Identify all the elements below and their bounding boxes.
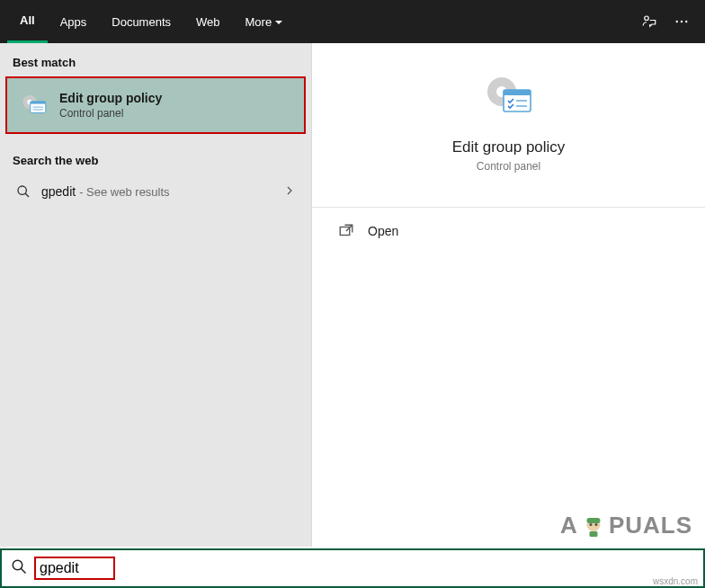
search-icon bbox=[13, 184, 34, 199]
open-label: Open bbox=[368, 224, 398, 238]
control-panel-icon bbox=[18, 89, 50, 121]
source-site: wsxdn.com bbox=[653, 576, 698, 586]
svg-rect-18 bbox=[340, 227, 350, 236]
web-hint-text: - See web results bbox=[79, 185, 169, 199]
svg-line-25 bbox=[21, 568, 25, 573]
svg-point-1 bbox=[676, 21, 678, 22]
search-scope-tabs: All Apps Documents Web More bbox=[0, 0, 705, 43]
search-results-panel: Best match Edit group policy Control pan… bbox=[0, 43, 705, 547]
best-match-result[interactable]: Edit group policy Control panel bbox=[5, 76, 306, 134]
tab-apps[interactable]: Apps bbox=[48, 0, 100, 43]
svg-point-0 bbox=[645, 16, 649, 21]
web-result-row[interactable]: gpedit - See web results bbox=[0, 174, 311, 209]
open-icon bbox=[337, 222, 355, 240]
results-list: Best match Edit group policy Control pan… bbox=[0, 43, 311, 547]
web-query-text: gpedit bbox=[41, 184, 76, 199]
chevron-right-icon bbox=[284, 183, 299, 200]
result-subtitle: Control panel bbox=[59, 107, 162, 120]
search-icon bbox=[11, 558, 27, 578]
svg-line-11 bbox=[25, 193, 29, 197]
svg-rect-20 bbox=[586, 518, 600, 523]
result-text: Edit group policy Control panel bbox=[59, 91, 162, 120]
svg-rect-15 bbox=[504, 90, 531, 95]
tab-all[interactable]: All bbox=[7, 0, 48, 43]
mascot-icon bbox=[580, 512, 607, 539]
taskbar-search[interactable] bbox=[0, 548, 705, 588]
tab-web[interactable]: Web bbox=[183, 0, 233, 43]
tab-more-label: More bbox=[245, 15, 272, 29]
best-match-header: Best match bbox=[0, 43, 311, 76]
svg-point-22 bbox=[594, 523, 597, 526]
tab-documents[interactable]: Documents bbox=[99, 0, 183, 43]
search-web-header: Search the web bbox=[0, 141, 311, 174]
svg-point-24 bbox=[13, 560, 22, 570]
feedback-icon[interactable] bbox=[633, 5, 665, 38]
more-options-icon[interactable] bbox=[665, 5, 698, 38]
svg-point-10 bbox=[18, 186, 26, 194]
result-preview-pane: Edit group policy Control panel Open bbox=[311, 43, 705, 547]
svg-point-2 bbox=[681, 21, 683, 22]
watermark-suffix: PUALS bbox=[609, 512, 692, 539]
svg-rect-7 bbox=[31, 102, 46, 104]
result-title: Edit group policy bbox=[59, 91, 162, 105]
svg-rect-23 bbox=[589, 531, 597, 537]
watermark-logo: A PUALS bbox=[560, 512, 692, 539]
preview-title: Edit group policy bbox=[452, 138, 566, 156]
svg-point-21 bbox=[589, 523, 592, 526]
svg-point-3 bbox=[685, 21, 687, 22]
open-action[interactable]: Open bbox=[337, 222, 680, 240]
tab-more[interactable]: More bbox=[233, 0, 296, 43]
preview-app-icon bbox=[480, 68, 538, 126]
search-input[interactable] bbox=[34, 557, 115, 580]
preview-subtitle: Control panel bbox=[477, 160, 540, 173]
caret-down-icon bbox=[275, 15, 282, 29]
watermark-prefix: A bbox=[560, 512, 578, 539]
